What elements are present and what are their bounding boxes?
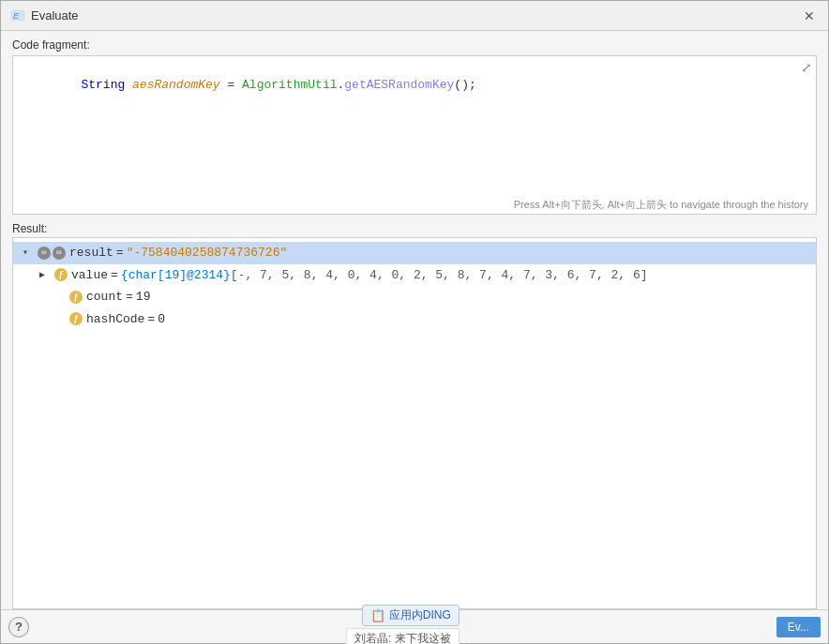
ding-icon: 📋 <box>370 608 385 622</box>
code-token-type: String <box>81 78 132 92</box>
title-bar: E Evaluate ✕ <box>1 1 828 31</box>
hashcode-eq: = <box>147 310 155 329</box>
value-eq: = <box>111 266 118 285</box>
title-bar-left: E Evaluate <box>10 8 79 23</box>
evaluate-button[interactable]: Ev... <box>776 617 821 637</box>
expand-icon[interactable]: ⤢ <box>801 60 812 75</box>
code-token-eq: = <box>220 78 242 92</box>
close-button[interactable]: ✕ <box>800 7 819 25</box>
count-name: count <box>86 288 123 307</box>
value-type: {char[19]@2314} <box>121 266 231 285</box>
hashcode-name: hashCode <box>86 310 144 329</box>
code-token-paren: (); <box>454 78 475 92</box>
bottom-right: 📋 应用内DING 刘若晶: 来下我这被 <box>346 605 460 645</box>
count-eq: = <box>126 288 133 307</box>
tree-row-result[interactable]: ▾ ∞ ∞ result = "-7584040258874736726" <box>13 242 816 264</box>
help-button[interactable]: ? <box>8 617 29 637</box>
tree-row-count[interactable]: f count = 19 <box>13 286 816 308</box>
result-section: Result: ▾ ∞ ∞ result = "-758404025887473… <box>1 218 828 609</box>
tree-row-value[interactable]: ▶ f value = {char[19]@2314} [-, 7, 5, 8,… <box>13 264 816 287</box>
result-label: Result: <box>12 222 817 235</box>
result-name: result <box>69 244 113 262</box>
history-hint: Press Alt+向下箭头, Alt+向上箭头 to navigate thr… <box>13 196 816 214</box>
result-eq: = <box>116 244 124 262</box>
arrow-result[interactable]: ▾ <box>23 246 38 260</box>
ding-label: 应用内DING <box>389 607 451 623</box>
code-token-method: getAESRandomKey <box>344 78 454 92</box>
tree-row-hashcode[interactable]: f hashCode = 0 <box>13 308 816 331</box>
value-arr: [-, 7, 5, 8, 4, 0, 4, 0, 2, 5, 8, 7, 4, … <box>231 266 648 285</box>
count-value: 19 <box>136 288 151 307</box>
hashcode-value: 0 <box>158 310 165 329</box>
field-badge-value: f <box>54 268 68 281</box>
chat-message: 刘若晶: 来下我这被 <box>346 628 460 645</box>
code-token-var: aesRandomKey <box>132 78 220 92</box>
code-content[interactable]: String aesRandomKey = AlgorithmUtil.getA… <box>13 56 816 196</box>
code-token-class: AlgorithmUtil <box>242 78 337 92</box>
code-section: Code fragment: String aesRandomKey = Alg… <box>1 31 828 218</box>
code-label: Code fragment: <box>12 38 817 52</box>
evaluate-icon: E <box>10 8 25 23</box>
ding-button[interactable]: 📋 应用内DING <box>362 605 460 626</box>
field-badge-count: f <box>69 291 83 304</box>
bottom-bar: ? 📋 应用内DING 刘若晶: 来下我这被 Ev... <box>1 609 828 643</box>
evaluate-dialog: E Evaluate ✕ Code fragment: String aesRa… <box>0 0 829 644</box>
infinite-badge-result: ∞ ∞ <box>38 247 66 260</box>
arrow-value[interactable]: ▶ <box>39 268 54 282</box>
dialog-title: Evaluate <box>31 8 79 22</box>
value-name: value <box>71 266 108 285</box>
result-tree[interactable]: ▾ ∞ ∞ result = "-7584040258874736726" ▶ … <box>12 237 817 609</box>
svg-text:E: E <box>13 11 20 21</box>
field-badge-hashcode: f <box>69 312 83 325</box>
code-editor[interactable]: String aesRandomKey = AlgorithmUtil.getA… <box>12 55 817 215</box>
result-value: "-7584040258874736726" <box>127 244 288 262</box>
